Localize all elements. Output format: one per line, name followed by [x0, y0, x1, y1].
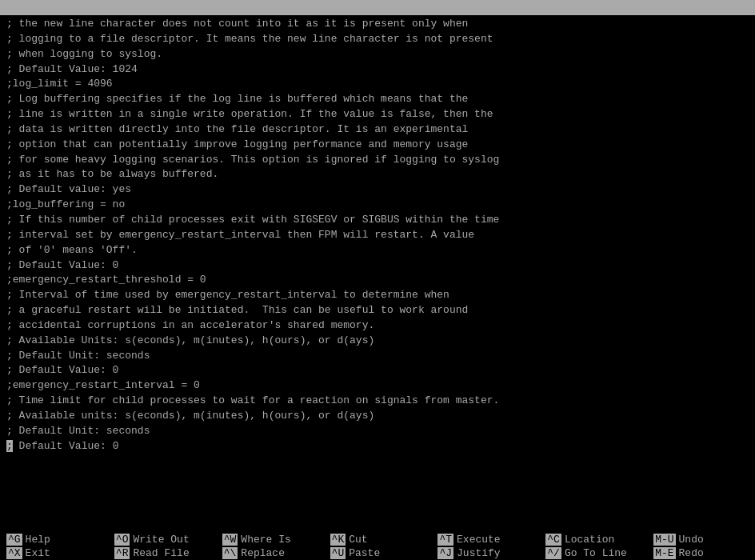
- shortcut-key: ^W: [222, 534, 238, 546]
- editor-line: ; accidental corruptions in an accelerat…: [6, 318, 749, 334]
- editor-line: ; Available Units: s(econds), m(inutes),…: [6, 334, 749, 349]
- shortcut-item[interactable]: ^JJustify: [431, 547, 539, 559]
- shortcut-item[interactable]: M-UUndo: [647, 534, 755, 546]
- shortcut-key: ^K: [330, 534, 346, 546]
- shortcut-key: ^T: [437, 534, 453, 546]
- shortcut-label: Read File: [133, 547, 189, 559]
- shortcut-item[interactable]: ^GHelp: [0, 534, 108, 546]
- shortcut-key: M-E: [653, 547, 675, 559]
- editor-line: ; a graceful restart will be initiated. …: [6, 303, 749, 318]
- shortcut-key: ^C: [545, 534, 561, 546]
- shortcut-label: Where Is: [241, 534, 290, 546]
- editor-line: ; data is written directly into the file…: [6, 122, 749, 138]
- editor-line: ; the new line character does not count …: [6, 17, 749, 32]
- editor-line: ; Default Value: 0: [6, 363, 749, 378]
- shortcut-label: Location: [565, 534, 614, 546]
- editor-line: ; Default Unit: seconds: [6, 349, 749, 364]
- shortcut-item[interactable]: ^XExit: [0, 547, 108, 559]
- editor-line: ; option that can potentially improve lo…: [6, 138, 749, 153]
- editor-line: ; Time limit for child processes to wait…: [6, 394, 749, 409]
- editor-line: ; Default value: yes: [6, 182, 749, 198]
- editor-line: ; Default Unit: seconds: [6, 424, 749, 439]
- shortcut-label: Replace: [241, 547, 285, 559]
- editor-line: ; logging to a file descriptor. It means…: [6, 32, 749, 47]
- shortcut-label: Cut: [349, 534, 367, 546]
- title-bar: [0, 0, 755, 15]
- shortcut-label: Justify: [457, 547, 501, 559]
- shortcut-key: ^U: [330, 547, 346, 559]
- editor-line: ; when logging to syslog.: [6, 47, 749, 62]
- shortcut-label: Help: [26, 534, 50, 546]
- shortcut-key: ^/: [545, 547, 561, 559]
- shortcut-label: Paste: [349, 547, 380, 559]
- editor-line: ; line is written in a single write oper…: [6, 107, 749, 122]
- editor-line: ; Available units: s(econds), m(inutes),…: [6, 409, 749, 424]
- shortcut-label: Redo: [679, 547, 704, 559]
- editor-line: ; Default Value: 0: [6, 258, 749, 274]
- shortcut-item[interactable]: M-ERedo: [647, 547, 755, 559]
- editor-line: ;log_limit = 4096: [6, 77, 749, 92]
- terminal: ; the new line character does not count …: [0, 0, 755, 560]
- shortcut-key: ^X: [6, 547, 22, 559]
- shortcut-key: ^J: [437, 547, 453, 559]
- shortcut-label: Execute: [457, 534, 501, 546]
- shortcut-item[interactable]: ^WWhere Is: [216, 534, 324, 546]
- editor-line: ; Default Value: 0: [6, 439, 749, 454]
- shortcut-label: Go To Line: [565, 547, 627, 559]
- shortcut-item[interactable]: ^UPaste: [324, 547, 432, 559]
- shortcut-key: ^R: [114, 547, 130, 559]
- editor-line: ;emergency_restart_threshold = 0: [6, 273, 749, 288]
- shortcut-key: ^G: [6, 534, 22, 546]
- shortcut-item[interactable]: ^CLocation: [539, 534, 647, 546]
- editor-line: ; Interval of time used by emergency_res…: [6, 288, 749, 303]
- editor-line: ; interval set by emergency_restart_inte…: [6, 228, 749, 243]
- editor-line: ; of '0' means 'Off'.: [6, 243, 749, 258]
- shortcut-label: Exit: [26, 547, 50, 559]
- shortcut-item[interactable]: ^TExecute: [431, 534, 539, 546]
- editor-line: ; for some heavy logging scenarios. This…: [6, 153, 749, 168]
- editor-line: ; If this number of child processes exit…: [6, 213, 749, 228]
- shortcut-key: ^\: [222, 547, 238, 559]
- cursor: ;: [6, 440, 13, 452]
- editor-line: ; Default Value: 1024: [6, 62, 749, 78]
- shortcut-label: Write Out: [133, 534, 189, 546]
- editor-line: ; as it has to be always buffered.: [6, 167, 749, 182]
- editor-line: ; Log buffering specifies if the log lin…: [6, 92, 749, 107]
- shortcut-item[interactable]: ^KCut: [324, 534, 432, 546]
- shortcuts-bar: ^GHelp^OWrite Out^WWhere Is^KCut^TExecut…: [0, 533, 755, 560]
- shortcut-item[interactable]: ^OWrite Out: [108, 534, 216, 546]
- editor-content[interactable]: ; the new line character does not count …: [0, 15, 755, 533]
- shortcut-item[interactable]: ^/Go To Line: [539, 547, 647, 559]
- editor-line: ;log_buffering = no: [6, 198, 749, 213]
- shortcut-item[interactable]: ^RRead File: [108, 547, 216, 559]
- shortcut-key: M-U: [653, 534, 675, 546]
- shortcut-key: ^O: [114, 534, 130, 546]
- shortcut-item[interactable]: ^\Replace: [216, 547, 324, 559]
- shortcut-row-1: ^GHelp^OWrite Out^WWhere Is^KCut^TExecut…: [0, 533, 755, 546]
- shortcut-label: Undo: [679, 534, 704, 546]
- editor-line: ;emergency_restart_interval = 0: [6, 378, 749, 394]
- shortcut-row-2: ^XExit^RRead File^\Replace^UPaste^JJusti…: [0, 546, 755, 560]
